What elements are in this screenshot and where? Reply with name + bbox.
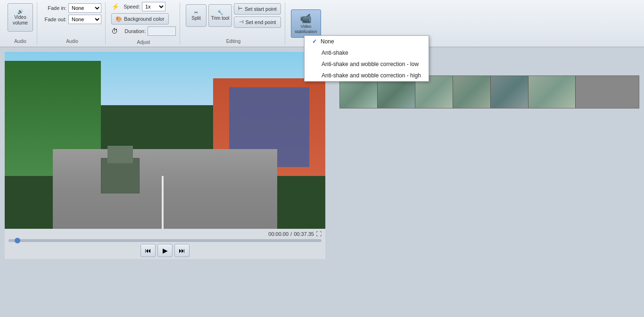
dropdown-item-wobble-low[interactable]: Anti-shake and wobble correction - low — [305, 58, 429, 70]
duration-row: ⏱ Duration: — [111, 26, 176, 36]
adjust-section-label: Adjust — [137, 38, 150, 45]
video-stab-label: Video stabilization — [293, 24, 319, 34]
time-separator: / — [290, 231, 292, 237]
set-start-label: Set start point — [245, 6, 277, 12]
time-display: 00:00.00 / 00:37.35 ⛶ — [8, 231, 322, 237]
duration-label: Duration: — [120, 28, 146, 34]
prev-frame-icon: ⏮ — [145, 247, 151, 254]
dropdown-antishake-label: Anti-shake — [322, 50, 348, 56]
fade-in-label: Fade in: — [43, 5, 66, 11]
bg-color-icon: 🎨 — [116, 16, 122, 22]
video-stab-dropdown: None Anti-shake Anti-shake and wobble co… — [304, 35, 429, 82]
set-end-button[interactable]: ⊣ Set end point — [234, 17, 281, 28]
dropdown-item-wobble-high[interactable]: Anti-shake and wobble correction - high — [305, 70, 429, 81]
editing-section-label: Editing — [226, 37, 241, 44]
play-icon: ▶ — [163, 247, 168, 254]
volume-icon: 🔊 — [17, 9, 23, 15]
video-stabilization-button[interactable]: 📹 Video stabilization — [291, 9, 321, 38]
speed-label: Speed: — [121, 4, 140, 9]
video-volume-button[interactable]: 🔊 Video volume — [8, 3, 33, 32]
video-area: 00:00.00 / 00:37.35 ⛶ ⏮ ▶ ⏭ — [0, 47, 335, 317]
section-editing: ✂ Split 🔧 Trim tool ⊢ Set start point — [182, 2, 285, 45]
next-frame-button[interactable]: ⏭ — [174, 244, 190, 257]
video-stab-icon: 📹 — [300, 13, 312, 24]
trim-tool-label: Trim tool — [211, 16, 230, 21]
bg-color-label: Background color — [124, 16, 165, 22]
total-time: 00:37.35 — [294, 231, 314, 237]
fullscreen-button[interactable]: ⛶ — [316, 231, 322, 237]
split-icon: ✂ — [194, 10, 198, 16]
playback-controls: ⏮ ▶ ⏭ — [8, 244, 322, 257]
audio-label2: Audio — [66, 37, 78, 44]
background-color-button[interactable]: 🎨 Background color — [111, 13, 169, 25]
progress-bar-track[interactable] — [8, 239, 322, 242]
progress-bar-thumb[interactable] — [15, 238, 20, 243]
video-volume-btn: 🔊 Video volume — [8, 3, 33, 32]
section-audio: 🔊 Video volume Audio — [4, 2, 37, 45]
audio-section-label: Audio — [14, 37, 26, 44]
set-end-icon: ⊣ — [239, 19, 244, 25]
fade-in-select[interactable]: NoneSlowMediumFast — [68, 3, 101, 13]
split-label: Split — [191, 16, 200, 21]
section-adjust: ⚡ Speed: 1x0.5x2x4x 🎨 Background color ⏱… — [107, 2, 180, 45]
split-button[interactable]: ✂ Split — [186, 4, 206, 27]
adjust-group: ⚡ Speed: 1x0.5x2x4x 🎨 Background color ⏱… — [111, 2, 176, 36]
bg-color-row: 🎨 Background color — [111, 13, 176, 25]
trim-icon: 🔧 — [217, 10, 223, 16]
prev-frame-button[interactable]: ⏮ — [140, 244, 156, 257]
toolbar: 🔊 Video volume Audio Fade in: NoneSlowMe… — [0, 0, 644, 47]
play-button[interactable]: ▶ — [157, 244, 173, 257]
next-frame-icon: ⏭ — [179, 247, 185, 254]
set-start-icon: ⊢ — [238, 6, 243, 12]
dropdown-none-label: None — [321, 38, 334, 45]
duration-icon: ⏱ — [111, 27, 118, 35]
thumbnail-6 — [528, 76, 576, 108]
thumbnail-5 — [491, 76, 528, 108]
speed-row: ⚡ Speed: 1x0.5x2x4x — [111, 2, 176, 11]
fade-group: Fade in: NoneSlowMediumFast Fade out: No… — [43, 3, 101, 24]
thumbnail-4 — [453, 76, 491, 108]
section-fade: Fade in: NoneSlowMediumFast Fade out: No… — [39, 2, 106, 45]
speed-select[interactable]: 1x0.5x2x4x — [142, 2, 165, 11]
video-controls-bar: 00:00.00 / 00:37.35 ⛶ ⏮ ▶ ⏭ — [5, 229, 325, 259]
dropdown-wobble-high-label: Anti-shake and wobble correction - high — [322, 72, 421, 79]
set-end-label: Set end point — [246, 19, 276, 25]
dropdown-wobble-low-label: Anti-shake and wobble correction - low — [322, 61, 419, 67]
fade-in-row: Fade in: NoneSlowMediumFast — [43, 3, 101, 13]
set-start-button[interactable]: ⊢ Set start point — [234, 3, 281, 15]
fade-out-select[interactable]: NoneSlowMediumFast — [68, 15, 101, 24]
current-time: 00:00.00 — [268, 231, 289, 237]
dropdown-item-none[interactable]: None — [305, 36, 429, 47]
video-player — [5, 52, 325, 229]
speed-icon: ⚡ — [111, 3, 119, 10]
timeline-area — [335, 47, 644, 317]
fade-out-row: Fade out: NoneSlowMediumFast — [43, 15, 101, 24]
video-volume-label: Video volume — [10, 15, 31, 26]
trim-tool-button[interactable]: 🔧 Trim tool — [208, 4, 232, 27]
fade-out-label: Fade out: — [43, 17, 66, 22]
main-content: 00:00.00 / 00:37.35 ⛶ ⏮ ▶ ⏭ — [0, 47, 644, 317]
dropdown-item-antishake[interactable]: Anti-shake — [305, 47, 429, 58]
duration-input[interactable] — [148, 26, 176, 36]
